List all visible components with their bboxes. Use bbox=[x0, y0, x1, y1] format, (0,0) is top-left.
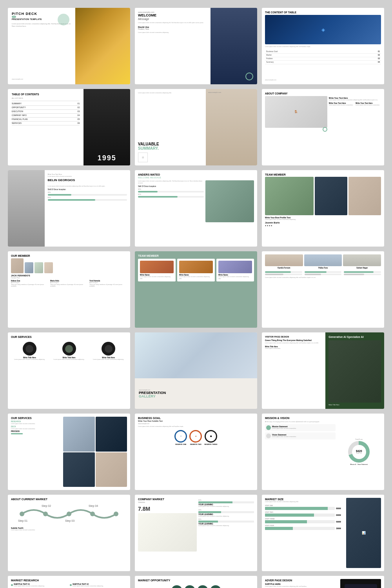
card-photo bbox=[179, 261, 213, 273]
anders-content: Lorem ipsum dolor sit amet consectetur a… bbox=[138, 180, 204, 222]
company-content: ABOUT COMPANY 🪑 bbox=[265, 92, 327, 162]
member-col: Yord Hamala Arial Designer There are man… bbox=[89, 280, 127, 287]
skill-col bbox=[344, 270, 381, 276]
mission-chart: Total From $420 SUBTITLE Mission & Visio… bbox=[337, 417, 381, 487]
row-label: Business Goal bbox=[266, 51, 278, 53]
bar-bg bbox=[265, 514, 335, 517]
donut-value: $420 bbox=[356, 450, 362, 452]
donut-chart: $420 SUBTITLE bbox=[348, 441, 370, 463]
market-size-image: 📊 bbox=[346, 498, 381, 568]
service-item: Write Title Here Lorem ipsum dolor sit a… bbox=[90, 342, 127, 361]
featured-role: Creator Post bbox=[11, 277, 127, 279]
vision-text-block: Vision Statement Lorem ipsum dolor sit a… bbox=[272, 434, 296, 438]
services-images bbox=[63, 417, 127, 487]
anders-tagline: WELCOME MESSAGE bbox=[138, 176, 254, 179]
slide-summary: www.example.com Lorem ipsum dolor sit am… bbox=[135, 89, 257, 165]
fill bbox=[305, 274, 321, 275]
adver-title: ADVER PAGE DESIGN bbox=[265, 579, 339, 582]
goal-title: BUSINESS GOAL bbox=[138, 417, 254, 419]
bar-fill bbox=[198, 511, 221, 513]
person-info: David Joe Position, Here bbox=[138, 26, 207, 30]
opp-icon: 💎 bbox=[210, 585, 221, 588]
bar-wrap: 690M bbox=[265, 514, 345, 517]
phone-screen: 📱 bbox=[345, 584, 377, 588]
member-desc: There are many variations of passage of … bbox=[89, 284, 127, 287]
bar-row: STEP THREE 590M bbox=[265, 518, 345, 523]
stat-block: Write Title Here Lorem ipsum consectetur… bbox=[265, 346, 322, 350]
member-col: Pallas Fara bbox=[304, 254, 342, 269]
tech-image: ◈ bbox=[265, 15, 381, 44]
gallery-image bbox=[135, 332, 257, 378]
trending-value: 7.8M bbox=[138, 506, 197, 512]
bar-row: STEP TWO 690M bbox=[265, 511, 345, 517]
toc-title: TABLE OF CONTENTS bbox=[12, 93, 80, 96]
svg-text:Step 04: Step 04 bbox=[89, 505, 98, 508]
toc-item: OPPORTUNITY02 bbox=[12, 106, 80, 110]
services-title: OUR SERVICES bbox=[11, 417, 62, 419]
skill-pct2: 60% bbox=[48, 196, 127, 198]
member-photo bbox=[343, 254, 381, 266]
row-val: 04 bbox=[378, 61, 380, 63]
table-row: Business Goal01 bbox=[265, 50, 381, 54]
bar-item: 61% YOUR LEARNING Lorem ipsum dolor sit … bbox=[198, 499, 254, 508]
social-icon: ● bbox=[269, 224, 270, 227]
slide-company-market: COMPANY MARKET TRENDING 7.8M 61% YOUR LE… bbox=[135, 495, 257, 571]
fill bbox=[344, 271, 374, 273]
market-size-content: MARKET SIZE Lorem ipsum dolor sit amet c… bbox=[265, 498, 345, 568]
visitor-right: Generative AI Specialize AI Write Title … bbox=[325, 332, 384, 409]
bar-val: 590M bbox=[336, 521, 345, 523]
circle-label: REWRITE ONE bbox=[174, 443, 187, 445]
visitor-stats: Write Title Here Lorem ipsum consectetur… bbox=[265, 346, 322, 350]
member-photo-sm bbox=[25, 262, 33, 273]
adver-phone: 📱 bbox=[340, 579, 381, 588]
team-desc: Lorem ipsum dolor sit amet consectetur a… bbox=[265, 277, 381, 279]
summary-image: www.example.com bbox=[206, 89, 257, 165]
service-img bbox=[63, 452, 94, 487]
service-circle bbox=[102, 342, 115, 356]
slide-our-member: OUR MEMBER JACK FERANDO'S Creator Post H… bbox=[8, 251, 130, 328]
slide-gallery: www.example.com PRESENTATION GALLERY bbox=[135, 332, 257, 409]
welcome-desc: Lorem ipsum dolor sit amet consectetur a… bbox=[138, 32, 207, 34]
size-title: MARKET SIZE bbox=[265, 498, 345, 501]
row-label: Problem bbox=[266, 58, 273, 60]
svg-text:Step 03: Step 03 bbox=[65, 519, 74, 523]
card-role: Lorem ipsum dolor sit amet consectetur a… bbox=[140, 276, 174, 279]
research-item: SUBTITLE TEXT #1 Lorem ipsum dolor sit a… bbox=[11, 583, 68, 587]
market-details: Subtitle Text#1 Lorem ipsum dolor sit am… bbox=[11, 527, 127, 531]
bar-desc: Lorem ipsum dolor sit amet consectetur a… bbox=[198, 525, 254, 527]
member-name: Sultam Nagar bbox=[343, 267, 381, 269]
slide-anders: ANDERS MATEO WELCOME MESSAGE Lorem ipsum… bbox=[135, 170, 257, 247]
stat-desc: Lorem ipsum consectetur. bbox=[265, 348, 322, 350]
bar-label: STEP FOUR bbox=[265, 524, 345, 526]
other-members: Hakoa Gaa Arial Designer There are many … bbox=[11, 280, 127, 287]
team-photo-green bbox=[265, 177, 314, 215]
bar1 bbox=[265, 271, 302, 273]
donut-sub: SUBTITLE bbox=[356, 452, 362, 454]
bar-label: STEP ONE bbox=[265, 505, 345, 506]
service-tag: RESEARCH bbox=[11, 421, 62, 423]
anders-image bbox=[205, 180, 254, 222]
service-item: Write Title Here Lorem ipsum dolor sit a… bbox=[11, 342, 48, 361]
bar-label: STEP TWO bbox=[265, 511, 345, 513]
skill-col bbox=[305, 270, 342, 276]
service-circle bbox=[23, 342, 36, 356]
anders-name: ANDERS MATEO bbox=[138, 173, 254, 176]
team-info: Write Your Best Profile Text Lorem ipsum… bbox=[265, 216, 381, 227]
skill-section: Skill Of Since Inception 30% 60% bbox=[48, 189, 127, 201]
fill bbox=[265, 271, 291, 273]
pct-label: 60% bbox=[138, 193, 204, 195]
bar2 bbox=[265, 274, 302, 275]
slide-team-member-3: TEAM MEMBER Write Your Best Profile Text… bbox=[262, 170, 384, 247]
two-col-sections: Write Your Text Here Lorem ipsum dolor s… bbox=[329, 102, 381, 106]
chair-icon: 🪑 bbox=[294, 110, 298, 114]
research-dot bbox=[11, 584, 13, 586]
svg-point-1 bbox=[43, 512, 48, 516]
goal-circle-wrap: ◉ REWRITE TWO bbox=[189, 430, 202, 445]
market-icon: 📊 bbox=[362, 531, 366, 535]
circle-deco bbox=[323, 127, 327, 132]
belin-label: Write Your Text Here bbox=[48, 173, 127, 175]
goal-desc: Lorem ipsum dolor sit amet consectetur a… bbox=[138, 426, 254, 428]
member-col: Kamila Fernam bbox=[265, 254, 303, 269]
donut-legend: Mission & Vision Statement bbox=[350, 464, 368, 465]
skill-col bbox=[265, 270, 302, 276]
